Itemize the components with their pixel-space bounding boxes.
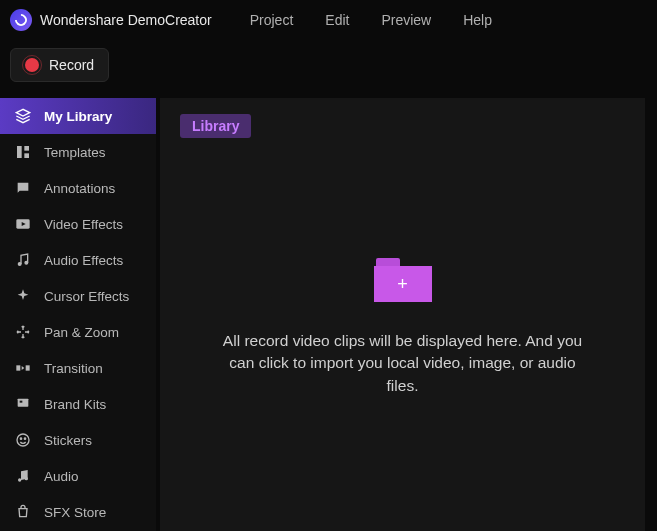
empty-state-text: All record video clips will be displayed… (223, 330, 583, 397)
library-badge: Library (180, 114, 251, 138)
record-row: Record (0, 40, 657, 98)
sidebar-item-label: Audio (44, 469, 79, 484)
svg-point-12 (17, 434, 29, 446)
sidebar-item-label: Transition (44, 361, 103, 376)
sidebar-item-audio[interactable]: Audio (0, 458, 156, 494)
sidebar-item-label: Pan & Zoom (44, 325, 119, 340)
stickers-icon (14, 431, 32, 449)
sidebar-item-transition[interactable]: Transition (0, 350, 156, 386)
plus-icon: + (374, 266, 432, 302)
menu-project[interactable]: Project (250, 12, 294, 28)
cursor-effects-icon (14, 287, 32, 305)
main-menu: Project Edit Preview Help (250, 12, 492, 28)
menu-preview[interactable]: Preview (381, 12, 431, 28)
sidebar-item-video-effects[interactable]: Video Effects (0, 206, 156, 242)
app-logo (10, 9, 32, 31)
sidebar-item-label: Audio Effects (44, 253, 123, 268)
svg-rect-2 (24, 153, 29, 158)
svg-point-15 (18, 478, 21, 481)
sidebar: My Library Templates Annotations Video E… (0, 98, 156, 531)
sidebar-item-my-library[interactable]: My Library (0, 98, 156, 134)
sfx-store-icon (14, 503, 32, 521)
sidebar-item-stickers[interactable]: Stickers (0, 422, 156, 458)
transition-icon (14, 359, 32, 377)
sidebar-item-label: Templates (44, 145, 106, 160)
topbar: Wondershare DemoCreator Project Edit Pre… (0, 0, 657, 40)
svg-point-6 (25, 261, 28, 264)
pan-zoom-icon (14, 323, 32, 341)
sidebar-item-label: SFX Store (44, 505, 106, 520)
content-panel: Library + All record video clips will be… (160, 98, 645, 531)
sidebar-item-annotations[interactable]: Annotations (0, 170, 156, 206)
record-button[interactable]: Record (10, 48, 109, 82)
brand-kits-icon (14, 395, 32, 413)
sidebar-item-label: Annotations (44, 181, 115, 196)
svg-point-16 (25, 477, 28, 480)
templates-icon (14, 143, 32, 161)
svg-rect-1 (24, 146, 29, 151)
sidebar-item-brand-kits[interactable]: Brand Kits (0, 386, 156, 422)
menu-help[interactable]: Help (463, 12, 492, 28)
sidebar-item-label: Video Effects (44, 217, 123, 232)
sidebar-item-label: My Library (44, 109, 112, 124)
record-icon (25, 58, 39, 72)
annotations-icon (14, 179, 32, 197)
audio-icon (14, 467, 32, 485)
sidebar-item-sfx-store[interactable]: SFX Store (0, 494, 156, 530)
svg-point-14 (24, 438, 25, 439)
menu-edit[interactable]: Edit (325, 12, 349, 28)
layers-icon (14, 107, 32, 125)
main-area: My Library Templates Annotations Video E… (0, 98, 657, 531)
sidebar-item-templates[interactable]: Templates (0, 134, 156, 170)
svg-rect-8 (26, 365, 30, 370)
app-title: Wondershare DemoCreator (40, 12, 212, 28)
video-effects-icon (14, 215, 32, 233)
svg-point-13 (20, 438, 21, 439)
sidebar-item-label: Stickers (44, 433, 92, 448)
svg-rect-11 (20, 401, 23, 403)
sidebar-item-label: Cursor Effects (44, 289, 129, 304)
svg-rect-10 (18, 399, 29, 407)
import-folder-button[interactable]: + (374, 258, 432, 302)
sidebar-item-audio-effects[interactable]: Audio Effects (0, 242, 156, 278)
svg-marker-9 (22, 366, 25, 370)
sidebar-item-cursor-effects[interactable]: Cursor Effects (0, 278, 156, 314)
sidebar-item-pan-zoom[interactable]: Pan & Zoom (0, 314, 156, 350)
svg-rect-0 (17, 146, 22, 158)
svg-rect-7 (16, 365, 20, 370)
audio-effects-icon (14, 251, 32, 269)
sidebar-item-label: Brand Kits (44, 397, 106, 412)
empty-state: + All record video clips will be display… (180, 258, 625, 397)
record-label: Record (49, 57, 94, 73)
svg-point-5 (18, 263, 21, 266)
